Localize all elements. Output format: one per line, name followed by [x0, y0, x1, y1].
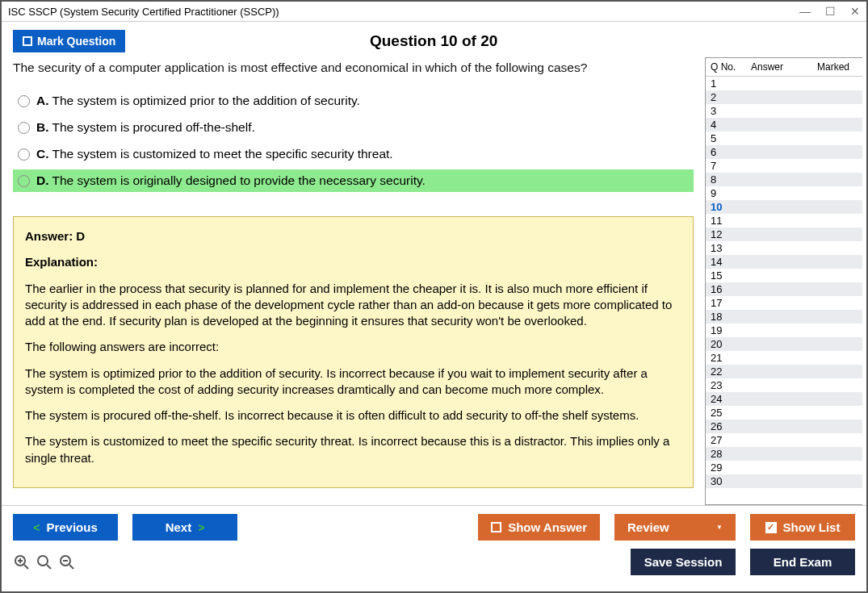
question-row-4[interactable]: 4 [706, 118, 862, 132]
question-row-30[interactable]: 30 [706, 474, 862, 488]
radio-icon [18, 148, 30, 161]
explanation-head: Explanation: [25, 254, 681, 270]
window-title: ISC SSCP (System Security Certified Prac… [8, 6, 279, 18]
mark-question-button[interactable]: Mark Question [13, 30, 125, 52]
chevron-down-icon: ▼ [716, 524, 723, 531]
chevron-left-icon: < [33, 521, 40, 534]
option-B[interactable]: B. The system is procured off-the-shelf. [13, 116, 694, 139]
question-counter: Question 10 of 20 [125, 32, 742, 50]
explanation-p2: The following answers are incorrect: [25, 339, 681, 355]
question-row-22[interactable]: 22 [706, 365, 862, 378]
sidebar-header: Q No. Answer Marked [706, 58, 862, 77]
question-row-23[interactable]: 23 [706, 378, 862, 392]
svg-line-5 [47, 565, 51, 569]
svg-point-4 [38, 556, 48, 566]
zoom-controls [13, 553, 76, 571]
option-A[interactable]: A. The system is optimized prior to the … [13, 90, 694, 112]
question-row-10[interactable]: 10 [706, 200, 862, 214]
question-row-7[interactable]: 7 [706, 159, 862, 173]
question-row-28[interactable]: 28 [706, 447, 862, 461]
question-row-6[interactable]: 6 [706, 145, 862, 159]
radio-icon [18, 175, 30, 187]
question-content: The security of a computer application i… [2, 57, 705, 505]
question-row-25[interactable]: 25 [706, 406, 862, 420]
explanation-p3: The system is optimized prior to the add… [25, 365, 681, 399]
question-row-9[interactable]: 9 [706, 186, 862, 200]
question-row-3[interactable]: 3 [706, 104, 862, 118]
question-row-26[interactable]: 26 [706, 420, 862, 433]
main: The security of a computer application i… [2, 57, 866, 505]
save-session-button[interactable]: Save Session [631, 549, 736, 575]
question-list-sidebar: Q No. Answer Marked 12345678910111213141… [705, 57, 862, 505]
zoom-reset-icon[interactable] [13, 553, 31, 571]
explanation-p5: The system is customized to meet the spe… [25, 433, 681, 466]
next-button[interactable]: Next > [132, 514, 237, 541]
question-row-16[interactable]: 16 [706, 282, 862, 296]
minimize-icon[interactable]: — [799, 5, 811, 18]
maximize-icon[interactable]: ☐ [825, 5, 836, 18]
zoom-in-icon[interactable] [36, 553, 53, 571]
question-row-12[interactable]: 12 [706, 228, 862, 241]
col-marked: Marked [817, 61, 858, 73]
question-row-19[interactable]: 19 [706, 324, 862, 337]
question-row-5[interactable]: 5 [706, 132, 862, 145]
question-row-17[interactable]: 17 [706, 296, 862, 310]
radio-icon [18, 122, 30, 134]
question-row-21[interactable]: 21 [706, 351, 862, 365]
zoom-out-icon[interactable] [58, 553, 76, 571]
answer-head: Answer: D [25, 228, 681, 244]
check-icon: ✓ [765, 522, 777, 533]
question-row-11[interactable]: 11 [706, 214, 862, 228]
sidebar-list[interactable]: 1234567891011121314151617181920212223242… [706, 77, 862, 504]
window-controls: — ☐ ✕ [799, 5, 860, 18]
option-C[interactable]: C. The system is customized to meet the … [13, 143, 694, 165]
end-exam-button[interactable]: End Exam [750, 549, 855, 575]
question-text: The security of a computer application i… [13, 61, 694, 75]
svg-line-1 [24, 565, 28, 569]
col-answer: Answer [743, 61, 817, 73]
answer-explanation: Answer: D Explanation: The earlier in th… [13, 216, 694, 488]
question-row-15[interactable]: 15 [706, 269, 862, 282]
question-row-14[interactable]: 14 [706, 255, 862, 269]
close-icon[interactable]: ✕ [850, 5, 860, 18]
option-D[interactable]: D. The system is originally designed to … [13, 169, 694, 192]
header: Mark Question Question 10 of 20 [2, 22, 866, 57]
checkbox-icon [23, 36, 32, 46]
radio-icon [18, 95, 30, 107]
svg-line-7 [69, 565, 73, 569]
chevron-right-icon: > [198, 521, 204, 534]
previous-button[interactable]: < Previous [13, 514, 118, 541]
question-row-2[interactable]: 2 [706, 90, 862, 104]
explanation-p1: The earlier in the process that security… [25, 281, 681, 330]
col-qno: Q No. [711, 61, 743, 73]
review-button[interactable]: Review ▼ [614, 514, 736, 541]
question-row-29[interactable]: 29 [706, 461, 862, 474]
question-row-13[interactable]: 13 [706, 241, 862, 255]
show-answer-button[interactable]: Show Answer [478, 514, 600, 541]
question-row-18[interactable]: 18 [706, 310, 862, 324]
explanation-p4: The system is procured off-the-shelf. Is… [25, 407, 681, 424]
footer: < Previous Next > Show Answer Review ▼ ✓… [2, 505, 866, 583]
titlebar: ISC SSCP (System Security Certified Prac… [2, 2, 866, 22]
question-row-1[interactable]: 1 [706, 77, 862, 90]
question-row-8[interactable]: 8 [706, 173, 862, 186]
question-row-27[interactable]: 27 [706, 433, 862, 447]
question-row-20[interactable]: 20 [706, 337, 862, 351]
square-icon [491, 522, 501, 532]
question-row-24[interactable]: 24 [706, 392, 862, 406]
show-list-button[interactable]: ✓ Show List [750, 514, 855, 541]
